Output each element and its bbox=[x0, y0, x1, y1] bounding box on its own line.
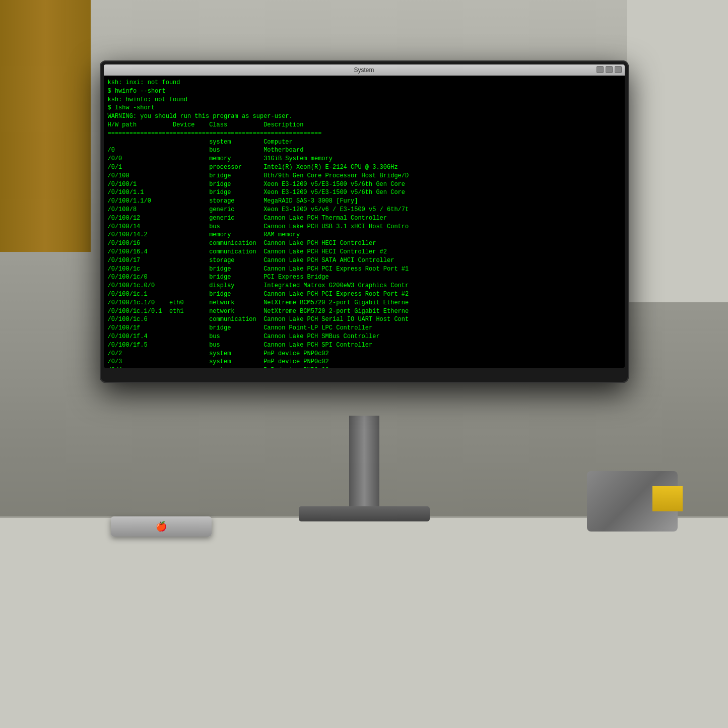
stand-base bbox=[299, 506, 430, 521]
wood-panel bbox=[0, 0, 91, 252]
wall-right bbox=[627, 0, 728, 302]
close-button[interactable] bbox=[615, 66, 622, 73]
maximize-button[interactable] bbox=[606, 66, 613, 73]
stand-neck bbox=[349, 416, 379, 506]
desk-surface: 🍎 bbox=[0, 516, 728, 728]
mac-mini: 🍎 bbox=[111, 516, 212, 537]
monitor-stand bbox=[299, 416, 430, 521]
window-title: System bbox=[354, 67, 374, 74]
title-bar: System bbox=[104, 64, 625, 76]
apple-logo-icon: 🍎 bbox=[156, 521, 167, 532]
minimize-button[interactable] bbox=[597, 66, 604, 73]
terminal-output: ksh: inxi: not found $ hwinfo --short ks… bbox=[104, 76, 625, 368]
monitor-screen: System ksh: inxi: not found $ hwinfo --s… bbox=[104, 64, 625, 368]
monitor: System ksh: inxi: not found $ hwinfo --s… bbox=[100, 60, 629, 383]
yellow-item bbox=[652, 486, 683, 511]
window-controls bbox=[597, 66, 622, 73]
